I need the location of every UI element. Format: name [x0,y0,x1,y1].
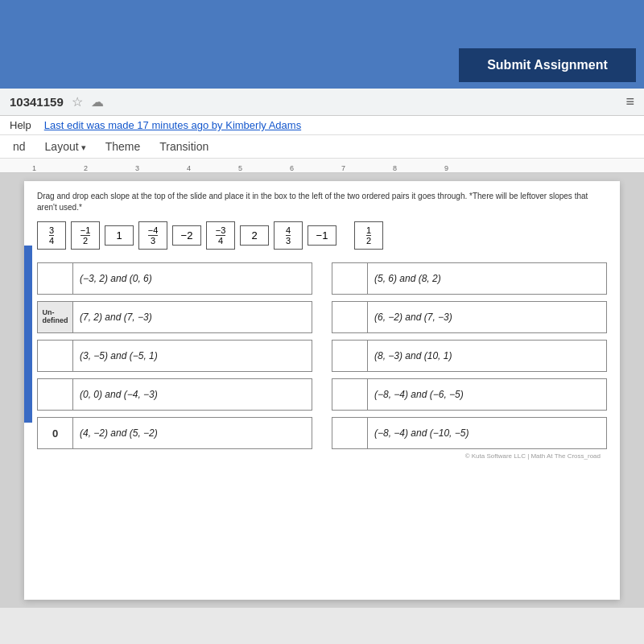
pair-answer-left-4[interactable] [38,379,73,410]
pair-row-right-4: (−8, −4) and (−6, −5) [332,378,607,411]
pair-text-left-4: (0, 0) and (−4, −3) [73,386,164,403]
menu-item-transition[interactable]: Transition [156,138,212,155]
pair-row-right-5: (−8, −4) and (−10, −5) [332,417,607,449]
ruler-mark-1: 1 [32,164,84,172]
menu-item-layout[interactable]: Layout [42,138,89,155]
slopes-row: 3 4 −1 2 1 −4 3 −2 −3 [37,221,607,250]
slope-btn-neg1[interactable]: −1 [308,225,336,246]
pair-text-left-2: (7, 2) and (7, −3) [73,308,159,326]
pair-row-right-3: (8, −3) and (10, 1) [332,340,607,372]
instruction-text: Drag and drop each slope at the top of t… [37,191,607,213]
pair-row-left-5: 0 (4, −2) and (5, −2) [37,417,312,449]
pair-answer-left-5[interactable]: 0 [38,418,73,448]
help-bar: Help Last edit was made 17 minutes ago b… [0,116,644,135]
submit-assignment-button[interactable]: Submit Assignment [459,48,636,82]
ruler-mark-6: 6 [290,164,341,172]
browser-top-bar: Submit Assignment [0,0,644,89]
pair-row-left-1: (−3, 2) and (0, 6) [37,262,312,295]
help-link[interactable]: Help [10,119,31,131]
pair-row-right-2: (6, −2) and (7, −3) [332,301,607,333]
pair-row-right-1: (5, 6) and (8, 2) [332,262,607,295]
ruler-mark-5: 5 [238,164,290,172]
menu-item-theme[interactable]: Theme [102,138,144,155]
slope-btn-1-2[interactable]: 1 2 [354,221,383,250]
slope-btn-1[interactable]: 1 [105,225,134,246]
document-id: 10341159 [10,95,64,109]
footer-credit: © Kuta Software LLC | Math At The Cross_… [37,449,607,463]
menu-bar: nd Layout Theme Transition [0,135,644,159]
pair-text-right-1: (5, 6) and (8, 2) [368,270,448,287]
main-content: Drag and drop each slope at the top of t… [0,173,644,608]
star-icon[interactable]: ☆ [72,94,83,109]
ruler-mark-3: 3 [135,164,187,172]
slope-btn-neg2[interactable]: −2 [172,225,201,246]
pair-answer-right-3[interactable] [332,341,368,371]
pair-answer-right-1[interactable] [332,263,368,294]
ruler: 1 2 3 4 5 6 7 8 9 [0,159,644,173]
slope-btn-3-4[interactable]: 3 4 [37,221,66,250]
pair-text-right-4: (−8, −4) and (−6, −5) [368,386,470,403]
slope-btn-neg1-2[interactable]: −1 2 [71,221,100,250]
pair-answer-left-2[interactable]: Un-defined [38,302,73,332]
ruler-mark-9: 9 [444,164,496,172]
menu-item-nd[interactable]: nd [10,138,29,155]
pair-answer-right-5[interactable] [332,418,368,448]
pair-answer-right-4[interactable] [332,379,368,410]
ruler-mark-8: 8 [393,164,444,172]
slope-btn-2[interactable]: 2 [240,225,269,246]
ruler-mark-2: 2 [84,164,135,172]
pair-text-right-2: (6, −2) and (7, −3) [368,308,459,326]
slope-btn-neg3-4[interactable]: −3 4 [206,221,235,250]
pair-answer-left-1[interactable] [38,263,73,294]
left-accent-bar [24,246,32,423]
address-bar: 10341159 ☆ ☁ ≡ [0,89,644,116]
slope-btn-4-3[interactable]: 4 3 [274,221,303,250]
pair-text-left-1: (−3, 2) and (0, 6) [73,270,159,287]
ruler-mark-4: 4 [187,164,238,172]
pair-text-left-5: (4, −2) and (5, −2) [73,424,164,442]
pairs-grid: (−3, 2) and (0, 6) (5, 6) and (8, 2) Un-… [37,262,607,449]
pair-text-right-5: (−8, −4) and (−10, −5) [368,424,475,442]
pair-row-left-4: (0, 0) and (−4, −3) [37,378,312,411]
pair-row-left-3: (3, −5) and (−5, 1) [37,340,312,372]
menu-icon[interactable]: ≡ [625,93,634,110]
edit-status: Last edit was made 17 minutes ago by Kim… [44,119,301,131]
pair-text-right-3: (8, −3) and (10, 1) [368,347,458,365]
pair-text-left-3: (3, −5) and (−5, 1) [73,347,164,365]
pair-answer-right-2[interactable] [332,302,368,332]
slope-btn-neg4-3[interactable]: −4 3 [138,221,167,250]
pair-row-left-2: Un-defined (7, 2) and (7, −3) [37,301,312,333]
cloud-icon[interactable]: ☁ [91,94,104,109]
ruler-mark-7: 7 [341,164,393,172]
pair-answer-left-3[interactable] [38,341,73,371]
slide-container: Drag and drop each slope at the top of t… [24,181,620,600]
